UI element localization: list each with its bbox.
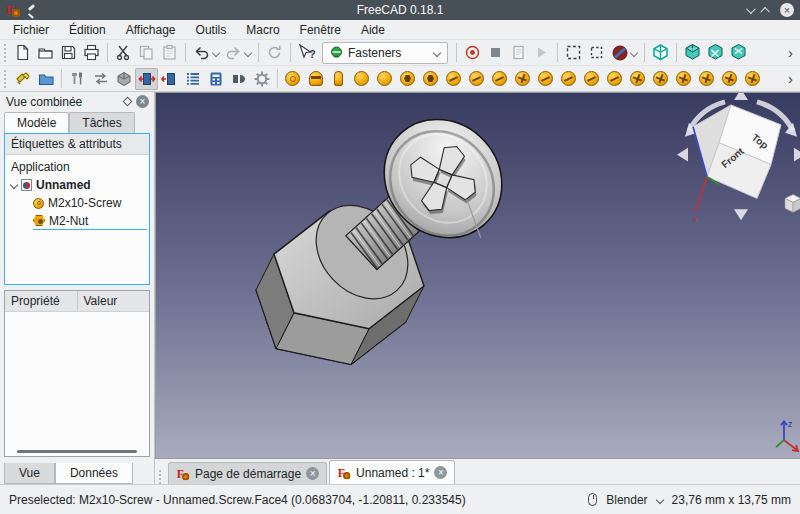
- nav-style-chevron-icon[interactable]: [655, 495, 663, 503]
- add-fastener-button[interactable]: [11, 68, 34, 90]
- property-table-body[interactable]: [5, 312, 149, 456]
- 3d-scene[interactable]: x Top Front: [156, 93, 800, 458]
- redo-button[interactable]: [222, 42, 245, 64]
- value-column-header[interactable]: Valeur: [78, 291, 150, 311]
- mouse-icon: [588, 493, 597, 506]
- macro-edit-button[interactable]: [507, 42, 530, 64]
- nut-icon: [33, 215, 45, 226]
- axonometric-view-button[interactable]: [681, 42, 704, 64]
- macro-record-button[interactable]: [461, 42, 484, 64]
- maximize-button[interactable]: [760, 6, 770, 16]
- print-button[interactable]: [80, 42, 103, 64]
- open-fastener-library-button[interactable]: [34, 68, 57, 90]
- fastener-hex-socket-washer[interactable]: [420, 68, 441, 90]
- tab-donnees[interactable]: Données: [55, 463, 133, 484]
- menu-aide[interactable]: Aide: [352, 21, 394, 39]
- bit-depth-button[interactable]: [227, 68, 250, 90]
- paste-button[interactable]: [158, 42, 181, 64]
- fastener-slotted-countersunk[interactable]: [535, 68, 556, 90]
- tab-close-icon[interactable]: ×: [306, 467, 319, 480]
- tab-start-page[interactable]: F Page de démarrage ×: [168, 462, 327, 484]
- 3d-viewport[interactable]: x Top Front: [155, 92, 800, 459]
- property-column-header[interactable]: Propriété: [5, 291, 78, 311]
- open-document-button[interactable]: [34, 42, 57, 64]
- cut-button[interactable]: [112, 42, 135, 64]
- clear-selection-button[interactable]: [608, 42, 631, 64]
- flip-fastener-button[interactable]: [66, 68, 89, 90]
- move-fastener-button[interactable]: [89, 68, 112, 90]
- menu-fenetre[interactable]: Fenêtre: [291, 21, 350, 39]
- fastener-slotted-cheese-head[interactable]: [443, 68, 464, 90]
- fastener-slotted-flat-head[interactable]: [581, 68, 602, 90]
- save-button[interactable]: [57, 42, 80, 64]
- fastener-hex-socket-head[interactable]: [397, 68, 418, 90]
- minimize-button[interactable]: [746, 4, 756, 14]
- bom-list-button[interactable]: [181, 68, 204, 90]
- box-selection-button[interactable]: [562, 42, 585, 64]
- tree-root-application[interactable]: Application: [7, 158, 147, 176]
- fastener-phillips-pan-head[interactable]: [512, 68, 533, 90]
- horizontal-scrollbar[interactable]: [17, 450, 137, 453]
- tree-item-screw[interactable]: M2x10-Screw: [33, 194, 147, 212]
- toolbar-grip[interactable]: [4, 70, 9, 88]
- tab-vue[interactable]: Vue: [4, 463, 55, 484]
- tab-unnamed-document[interactable]: F Unnamed : 1* ×: [329, 460, 455, 484]
- refresh-button[interactable]: [263, 42, 286, 64]
- copy-button[interactable]: [135, 42, 158, 64]
- status-message: Preselected: M2x10-Screw - Unnamed.Screw…: [9, 493, 466, 507]
- undo-button[interactable]: [190, 42, 213, 64]
- match-type-inner-button[interactable]: [135, 68, 158, 90]
- fastener-slotted-oval-head[interactable]: [604, 68, 625, 90]
- front-view-button[interactable]: [704, 42, 727, 64]
- new-document-button[interactable]: [11, 42, 34, 64]
- title-bar[interactable]: F FreeCAD 0.18.1 ×: [0, 0, 800, 20]
- macro-stop-button[interactable]: [484, 42, 507, 64]
- tab-close-icon[interactable]: ×: [434, 466, 447, 479]
- nav-style-label[interactable]: Blender: [606, 493, 647, 507]
- fastener-phillips-round-head[interactable]: [719, 68, 740, 90]
- toolbar-overflow-button[interactable]: ›: [783, 44, 798, 61]
- box-element-selection-button[interactable]: [585, 42, 608, 64]
- fastener-pan-head-top[interactable]: [282, 68, 303, 90]
- fastener-round-head[interactable]: [351, 68, 372, 90]
- fastener-phillips-pan-head-2[interactable]: [742, 68, 763, 90]
- toolbar-grip[interactable]: [4, 44, 9, 62]
- fastener-phillips-flat-head[interactable]: [673, 68, 694, 90]
- fastener-round-head-side[interactable]: [305, 68, 326, 90]
- menu-affichage[interactable]: Affichage: [117, 21, 185, 39]
- fastener-phillips-countersunk[interactable]: [627, 68, 648, 90]
- tree-item-nut[interactable]: M2-Nut: [33, 212, 147, 230]
- redo-dropdown-chevron-icon[interactable]: [244, 48, 252, 56]
- macro-play-button[interactable]: [530, 42, 553, 64]
- tab-modele[interactable]: Modèle: [4, 112, 69, 133]
- menu-edition[interactable]: Édition: [60, 21, 115, 39]
- fastener-slotted-pan-head[interactable]: [466, 68, 487, 90]
- fit-all-button[interactable]: [649, 42, 672, 64]
- tab-taches[interactable]: Tâches: [69, 112, 134, 133]
- simple-shape-button[interactable]: [112, 68, 135, 90]
- close-button[interactable]: ×: [780, 3, 794, 17]
- menu-macro[interactable]: Macro: [237, 21, 288, 39]
- workbench-selector[interactable]: Fasteners: [322, 42, 448, 64]
- dock-close-icon[interactable]: ×: [136, 95, 149, 108]
- fastener-slotted-round-head[interactable]: [489, 68, 510, 90]
- undo-dropdown-chevron-icon[interactable]: [212, 48, 220, 56]
- fastener-phillips-oval-head[interactable]: [696, 68, 717, 90]
- fastener-phillips-raised-countersunk[interactable]: [650, 68, 671, 90]
- parameters-button[interactable]: [204, 68, 227, 90]
- selection-dropdown-chevron-icon[interactable]: [630, 48, 638, 56]
- dock-float-icon[interactable]: [123, 97, 133, 107]
- top-view-button[interactable]: [727, 42, 750, 64]
- match-type-outer-button[interactable]: [158, 68, 181, 90]
- expand-chevron-icon[interactable]: [10, 181, 18, 189]
- fastener-slotted-raised-countersunk[interactable]: [558, 68, 579, 90]
- menu-fichier[interactable]: Fichier: [4, 21, 58, 39]
- fastener-cheese-head-side[interactable]: [328, 68, 349, 90]
- whats-this-button[interactable]: ?: [295, 42, 318, 64]
- tree-item-document[interactable]: Unnamed: [7, 176, 147, 194]
- toolbar-overflow-button[interactable]: ›: [783, 70, 798, 87]
- fastener-round-head-washer[interactable]: [374, 68, 395, 90]
- preferences-button[interactable]: [250, 68, 273, 90]
- menu-outils[interactable]: Outils: [187, 21, 236, 39]
- navcube-menu-button[interactable]: [785, 194, 800, 212]
